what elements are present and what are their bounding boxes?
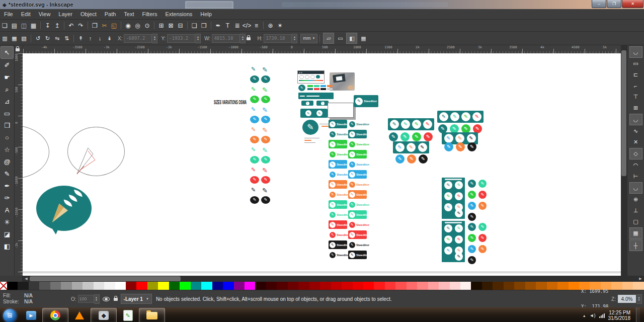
browser-screenshot-thumbnail[interactable] (297, 70, 325, 84)
cut[interactable]: ✂ (100, 21, 109, 30)
palette-swatch[interactable] (180, 282, 190, 290)
zoom-tool[interactable]: ⌕ (1, 84, 13, 95)
tray-expand-icon[interactable]: ▲ (583, 314, 586, 317)
palette-swatch[interactable] (223, 282, 233, 290)
palette-swatch[interactable] (18, 282, 28, 290)
palette-swatch[interactable] (158, 282, 169, 290)
sizes-variations-label[interactable]: SIZES VARIATIONS OSWA (214, 100, 247, 105)
pencil-icon[interactable]: ✎ (262, 187, 268, 194)
palette-swatch[interactable] (363, 282, 374, 290)
select-all[interactable]: ▥ (0, 34, 10, 43)
snap-bounding-box[interactable]: ▭ (630, 58, 642, 69)
steeditor-banner[interactable]: ✎Steeditor (348, 140, 367, 148)
document-properties[interactable]: ⊛ (266, 21, 275, 30)
pencil-icon[interactable]: ✎ (262, 127, 268, 133)
import-bitmap[interactable]: ↧ (43, 21, 52, 30)
steeditor-banner[interactable]: ✎Steeditor (348, 180, 367, 189)
inkscape-app[interactable]: ◆ (91, 308, 117, 322)
w-field-spinner[interactable]: ▲▼ (240, 34, 246, 43)
steeditor-banner[interactable]: ✎Steeditor (329, 150, 347, 158)
layer-lock-icon[interactable] (114, 298, 118, 301)
raise-to-top[interactable]: ↟ (76, 34, 86, 43)
logo-strip-bar[interactable]: ✎✎✎✎ (437, 111, 484, 123)
paste[interactable]: ◱ (109, 21, 119, 30)
palette-swatch[interactable] (245, 282, 255, 290)
h-field[interactable]: 1739.18 (264, 34, 292, 43)
show-desktop-button[interactable] (636, 307, 640, 322)
group-objects[interactable]: ❑ (190, 21, 199, 30)
snap-nodes[interactable]: ◡ (629, 114, 642, 125)
palette-swatch[interactable] (61, 282, 71, 290)
palette-swatch[interactable] (191, 282, 201, 290)
opacity-field[interactable]: 100 (78, 295, 94, 303)
menu-help[interactable]: Help (196, 11, 216, 17)
lower-one-step[interactable]: ↓ (95, 34, 105, 43)
palette-swatch[interactable] (288, 282, 298, 290)
menu-path[interactable]: Path (101, 11, 120, 17)
network-icon[interactable] (599, 313, 605, 318)
snap-bbox-edge-midpoints[interactable]: ⊤ (630, 92, 642, 102)
steeditor-banner[interactable]: ✎Steeditor (348, 190, 367, 199)
palette-swatch[interactable] (504, 282, 514, 290)
steeditor-banner[interactable]: ✎Steeditor (329, 251, 347, 259)
title-bar[interactable]: ◆ *steeditor.svg - Inkscape –❐✕ (0, 0, 644, 9)
rotate-90-ccw[interactable]: ↺ (33, 34, 43, 43)
snap-paths[interactable]: ∿ (630, 126, 642, 136)
text-tool[interactable]: A (1, 204, 13, 216)
tray-clock[interactable]: 12:25 PM 31/5/2018 (608, 310, 631, 321)
palette-swatch[interactable] (136, 282, 147, 290)
pencil-icon[interactable]: ✎ (262, 66, 268, 73)
steeditor-banner[interactable]: ✎Steeditor (348, 160, 367, 169)
snap-smooth-nodes[interactable]: ◠ (630, 160, 642, 171)
pencil-icon[interactable]: ✎ (262, 107, 268, 113)
steeditor-banner[interactable]: ✎Steeditor (348, 210, 367, 219)
palette-swatch[interactable] (395, 282, 406, 290)
snap-text-baseline[interactable]: ⊥ (630, 205, 642, 216)
h-field-spinner[interactable]: ▲▼ (292, 34, 297, 43)
restore-button[interactable]: ❐ (607, 0, 621, 8)
steeditor-banner[interactable]: ✎Steeditor (329, 170, 347, 179)
palette-swatch[interactable] (104, 282, 115, 290)
flip-horizontal[interactable]: ⇋ (52, 34, 62, 43)
palette-swatch[interactable] (298, 282, 309, 290)
scroll-left-arrow-icon[interactable]: ◀ (23, 277, 30, 281)
steeditor-banner[interactable]: ✎Steeditor (348, 150, 367, 158)
menu-text[interactable]: Text (120, 11, 138, 17)
new-document[interactable]: ❏ (0, 21, 10, 30)
unlink-clone[interactable]: ⊟ (176, 21, 185, 30)
menu-view[interactable]: View (35, 11, 55, 17)
sketch-ellipse-outline[interactable] (23, 125, 49, 179)
text-dialog[interactable]: T (223, 21, 232, 30)
snap-bbox-centers[interactable]: ⊞ (630, 103, 642, 113)
duplicate[interactable]: ⊞ (156, 21, 166, 30)
undo[interactable]: ↶ (66, 21, 76, 30)
steeditor-banner[interactable]: ✎Steeditor (329, 180, 347, 189)
menu-object[interactable]: Object (76, 11, 101, 17)
palette-swatch[interactable] (493, 282, 503, 290)
palette-swatch[interactable] (234, 282, 245, 290)
palette-swatch[interactable] (439, 282, 449, 290)
notepad-app[interactable]: ✎ (118, 308, 138, 322)
steeditor-banner[interactable]: ✎Steeditor (329, 210, 347, 219)
pencil-icon[interactable]: ✎ (251, 187, 256, 193)
vertical-scrollbar-thumb[interactable] (621, 50, 626, 176)
horizontal-scroll-track[interactable] (30, 276, 637, 282)
palette-swatch[interactable] (126, 282, 136, 290)
vertical-scrollbar[interactable] (621, 45, 627, 276)
snap-cusp-nodes[interactable]: ◇ (629, 148, 642, 159)
pencil-icon[interactable]: ✎ (251, 107, 256, 112)
snap-bbox-corners[interactable]: ⌐ (630, 80, 642, 91)
tagline-banner-mockup[interactable] (298, 93, 334, 99)
palette-swatch[interactable] (385, 282, 395, 290)
palette-swatch[interactable] (342, 282, 352, 290)
pencil-icon[interactable]: ✎ (262, 87, 268, 93)
raise-one-step[interactable]: ↑ (86, 34, 95, 43)
snap-object-centers[interactable]: ◡ (629, 182, 642, 194)
palette-swatch[interactable] (417, 282, 428, 290)
star-tool[interactable]: ☆ (1, 144, 13, 155)
box-3d-tool[interactable]: ❒ (1, 120, 13, 131)
y-field[interactable]: -1933.2 (167, 34, 195, 43)
chrome-app[interactable] (42, 308, 68, 322)
steeditor-banner[interactable]: ✎Steeditor (329, 160, 347, 169)
snap-line-midpoints[interactable]: ⊢ (630, 171, 642, 182)
